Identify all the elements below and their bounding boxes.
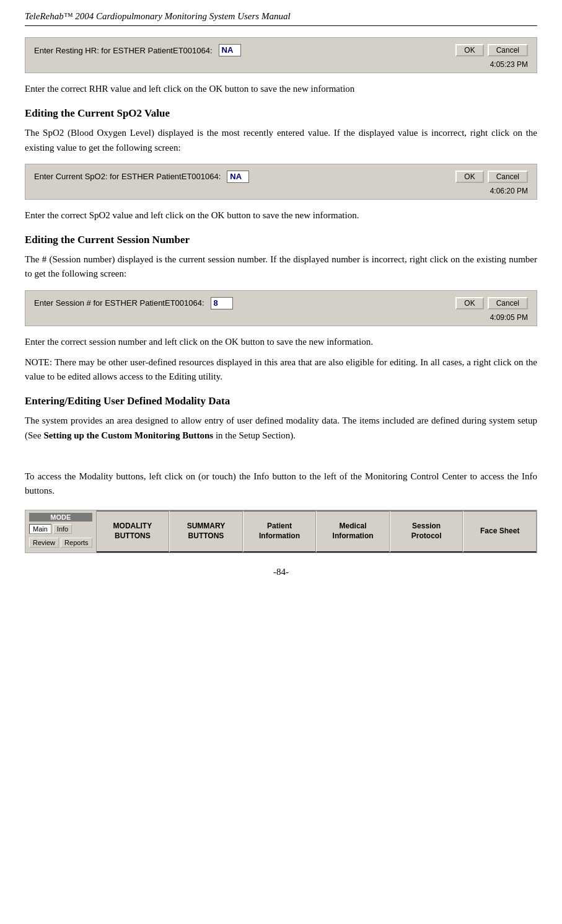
page-header: TeleRehab™ 2004 Cardiopulmonary Monitori…	[25, 11, 537, 26]
section2-heading: Editing the Current Session Number	[25, 234, 537, 246]
section2-body: The # (Session number) displayed is the …	[25, 252, 537, 282]
dialog1-time: 4:05:23 PM	[25, 59, 537, 73]
para-after-dialog3: Enter the correct session number and lef…	[25, 335, 537, 349]
section1-body: The SpO2 (Blood Oxygen Level) displayed …	[25, 126, 537, 155]
face-sheet-btn[interactable]: Face Sheet	[463, 510, 537, 553]
dialog2-input: NA	[227, 171, 249, 183]
summary-buttons-btn[interactable]: SUMMARYBUTTONS	[169, 510, 243, 553]
section3-body1-bold: Setting up the Custom Monitoring Buttons	[43, 430, 213, 440]
para-note: NOTE: There may be other user-defined re…	[25, 355, 537, 384]
dialog3-buttons: OK Cancel	[455, 297, 528, 309]
mode-panel: MODE Main Info Review Reports	[25, 510, 97, 553]
para-after-dialog1: Enter the correct RHR value and left cli…	[25, 82, 537, 96]
dialog2-cancel-button[interactable]: Cancel	[488, 171, 528, 183]
dialog-spo2: Enter Current SpO2: for ESTHER PatientET…	[25, 164, 537, 200]
mode-review-button[interactable]: Review	[29, 538, 59, 548]
dialog3-input: 8	[211, 297, 233, 309]
section3-heading: Entering/Editing User Defined Modality D…	[25, 395, 537, 407]
mode-bottom-buttons: Review Reports	[29, 538, 92, 548]
dialog-resting-hr: Enter Resting HR: for ESTHER PatientET00…	[25, 37, 537, 73]
mode-info-button[interactable]: Info	[53, 524, 72, 534]
section3-body1: The system provides an area designed to …	[25, 414, 537, 443]
dialog1-cancel-button[interactable]: Cancel	[488, 44, 528, 56]
dialog1-ok-button[interactable]: OK	[455, 44, 483, 56]
section3-body2-text: To access the Modality buttons, left cli…	[25, 469, 537, 499]
dialog2-buttons: OK Cancel	[455, 171, 528, 183]
para-after-dialog2: Enter the correct SpO2 value and left cl…	[25, 208, 537, 223]
dialog-session: Enter Session # for ESTHER PatientET0010…	[25, 290, 537, 326]
dialog3-ok-button[interactable]: OK	[455, 297, 483, 309]
medical-information-btn[interactable]: MedicalInformation	[316, 510, 390, 553]
dialog3-label: Enter Session # for ESTHER PatientET0010…	[34, 298, 204, 308]
header-title: TeleRehab™ 2004 Cardiopulmonary Monitori…	[25, 11, 291, 21]
mode-reports-button[interactable]: Reports	[61, 538, 92, 548]
session-protocol-btn[interactable]: SessionProtocol	[390, 510, 463, 553]
mode-top-buttons: Main Info	[29, 524, 92, 534]
dialog3-time: 4:09:05 PM	[25, 312, 537, 326]
dialog1-input: NA	[219, 44, 241, 56]
dialog2-label: Enter Current SpO2: for ESTHER PatientET…	[34, 172, 221, 181]
section1-heading: Editing the Current SpO2 Value	[25, 107, 537, 120]
patient-information-btn[interactable]: PatientInformation	[243, 510, 317, 553]
modality-buttons-btn[interactable]: MODALITYBUTTONS	[97, 510, 170, 553]
mode-label: MODE	[29, 513, 92, 522]
dialog2-time: 4:06:20 PM	[25, 185, 537, 199]
dialog2-ok-button[interactable]: OK	[455, 171, 483, 183]
dialog1-buttons: OK Cancel	[455, 44, 528, 56]
dialog1-label: Enter Resting HR: for ESTHER PatientET00…	[34, 46, 213, 55]
section3-body2	[25, 449, 537, 463]
info-buttons-group: MODALITYBUTTONS SUMMARYBUTTONS PatientIn…	[97, 510, 537, 553]
mode-main-button[interactable]: Main	[29, 524, 51, 534]
dialog3-cancel-button[interactable]: Cancel	[488, 297, 528, 309]
section3-body1-end: in the Setup Section).	[213, 430, 296, 440]
page-number: -84-	[25, 567, 537, 577]
info-bar: MODE Main Info Review Reports MODALITYBU…	[25, 510, 537, 553]
